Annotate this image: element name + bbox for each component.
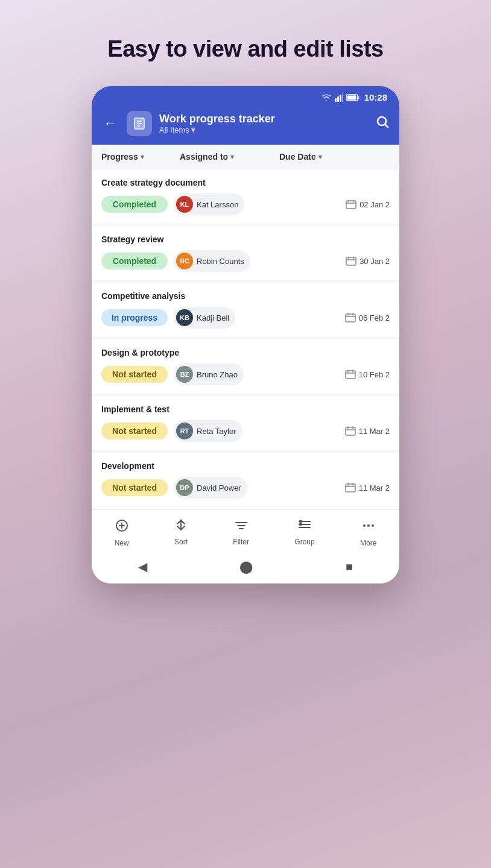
svg-rect-0 (335, 98, 337, 102)
svg-rect-25 (346, 371, 355, 379)
due-date: 11 Mar 2 (345, 483, 390, 492)
header-title: Work progress tracker (159, 113, 368, 125)
task-row[interactable]: Design & prototype Not started BZ Bruno … (92, 339, 399, 394)
avatar: KL (176, 196, 193, 213)
assignee-name: Kat Larsson (197, 200, 238, 209)
svg-rect-33 (346, 484, 355, 492)
due-date: 11 Mar 2 (345, 426, 390, 436)
task-row[interactable]: Create strategy document Completed KL Ka… (92, 169, 399, 224)
svg-rect-29 (346, 427, 355, 435)
filter-icon (235, 518, 248, 535)
status-badge: Not started (101, 366, 168, 383)
app-header: ← Work progress tracker All Items ▾ (92, 106, 399, 145)
signal-icon (335, 93, 343, 102)
task-name: Strategy review (101, 234, 390, 244)
filter-label: Filter (233, 538, 249, 546)
back-button[interactable]: ← (101, 113, 119, 134)
plus-circle-icon (115, 518, 129, 533)
svg-rect-50 (299, 523, 302, 526)
sort-icon (174, 518, 188, 535)
task-meta: Not started RT Reta Taylor 11 Mar 2 (101, 420, 390, 442)
calendar-icon (345, 370, 356, 379)
toolbar-new-button[interactable]: New (105, 516, 139, 550)
task-name: Implement & test (101, 404, 390, 414)
group-label: Group (294, 538, 314, 546)
recent-nav-button[interactable]: ■ (346, 560, 353, 574)
status-bar: 10:28 (92, 86, 399, 106)
svg-rect-13 (346, 201, 356, 209)
assignee: RC Robin Counts (174, 250, 250, 272)
assignee-name: Bruno Zhao (197, 370, 238, 379)
svg-rect-49 (299, 520, 302, 523)
task-row[interactable]: Implement & test Not started RT Reta Tay… (92, 396, 399, 450)
chevron-down-icon: ▾ (141, 153, 144, 161)
calendar-icon (346, 256, 356, 266)
header-subtitle[interactable]: All Items ▾ (159, 125, 368, 134)
due-date: 02 Jan 2 (346, 200, 390, 209)
task-meta: Not started DP David Power 11 Mar 2 (101, 477, 390, 498)
col-header-progress[interactable]: Progress ▾ (101, 152, 180, 162)
search-button[interactable] (375, 115, 390, 133)
svg-point-51 (363, 524, 366, 527)
header-text: Work progress tracker All Items ▾ (159, 113, 368, 134)
assignee: KB Kadji Bell (174, 307, 235, 329)
assignee-name: Reta Taylor (197, 427, 236, 436)
toolbar-group-button[interactable]: Group (285, 516, 324, 550)
column-headers: Progress ▾ Assigned to ▾ Due Date ▾ (92, 145, 399, 169)
avatar: RC (176, 253, 193, 269)
svg-point-52 (367, 524, 370, 527)
task-name: Create strategy document (101, 178, 390, 187)
filter-icon (235, 518, 248, 532)
toolbar-more-button[interactable]: More (350, 516, 386, 550)
page-title: Easy to view and edit lists (107, 36, 383, 62)
col-header-assigned[interactable]: Assigned to ▾ (180, 152, 279, 162)
assignee: BZ Bruno Zhao (174, 363, 244, 385)
group-icon (298, 518, 311, 535)
task-name: Development (101, 461, 390, 471)
svg-rect-6 (358, 96, 359, 99)
toolbar-sort-button[interactable]: Sort (165, 516, 197, 550)
toolbar-filter-button[interactable]: Filter (223, 516, 259, 550)
status-badge: Completed (101, 196, 168, 213)
chevron-down-icon: ▾ (230, 153, 234, 161)
calendar-icon (346, 200, 356, 209)
col-header-due[interactable]: Due Date ▾ (279, 152, 390, 162)
due-date: 10 Feb 2 (345, 370, 390, 379)
svg-point-53 (372, 524, 374, 527)
svg-rect-1 (337, 96, 339, 102)
task-row[interactable]: Development Not started DP David Power 1… (92, 453, 399, 507)
back-nav-button[interactable]: ◀ (138, 559, 147, 574)
battery-icon (346, 94, 360, 101)
svg-rect-3 (342, 93, 343, 102)
status-badge: Not started (101, 479, 168, 496)
status-time: 10:28 (364, 92, 387, 102)
task-meta: Completed RC Robin Counts 30 Jan 2 (101, 250, 390, 272)
more-icon (361, 518, 376, 536)
avatar: BZ (176, 366, 193, 383)
assignee: RT Reta Taylor (174, 420, 242, 442)
new-label: New (115, 539, 129, 547)
svg-rect-17 (346, 257, 356, 265)
home-nav-button[interactable]: ⬤ (239, 559, 253, 574)
status-icons (321, 93, 360, 102)
app-icon (127, 111, 152, 136)
status-badge: Completed (101, 253, 168, 269)
status-badge: In progress (101, 309, 168, 326)
chevron-down-icon: ▾ (318, 153, 322, 161)
calendar-icon (345, 313, 356, 322)
task-row[interactable]: Strategy review Completed RC Robin Count… (92, 226, 399, 280)
wifi-icon (321, 93, 332, 102)
avatar: KB (176, 309, 193, 326)
assignee: KL Kat Larsson (174, 193, 244, 215)
group-icon (298, 518, 311, 532)
task-name: Competitive analysis (101, 291, 390, 301)
status-badge: Not started (101, 423, 168, 439)
due-date: 30 Jan 2 (346, 256, 390, 266)
more-label: More (360, 539, 376, 547)
svg-rect-2 (340, 95, 341, 102)
task-meta: Not started BZ Bruno Zhao 10 Feb 2 (101, 363, 390, 385)
assignee-name: Kadji Bell (197, 313, 229, 322)
task-row[interactable]: Competitive analysis In progress KB Kadj… (92, 283, 399, 337)
sort-label: Sort (174, 538, 188, 546)
task-meta: In progress KB Kadji Bell 06 Feb 2 (101, 307, 390, 329)
